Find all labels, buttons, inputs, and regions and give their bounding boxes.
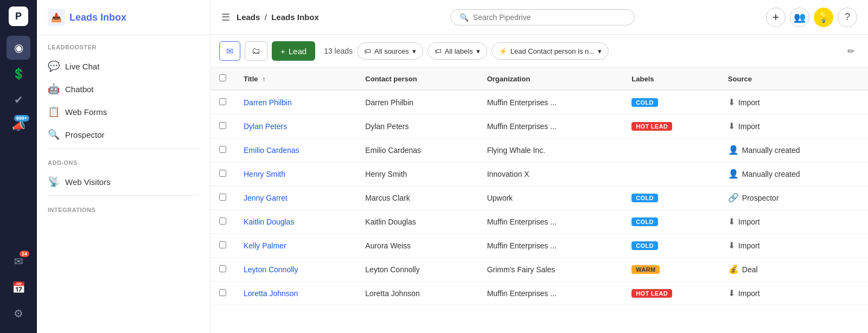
select-all-checkbox[interactable]: [219, 74, 226, 81]
row-checkbox-cell[interactable]: [210, 138, 235, 162]
row-org: Flying Whale Inc.: [478, 138, 623, 162]
row-checkbox-cell[interactable]: [210, 210, 235, 234]
select-all-header[interactable]: [210, 68, 235, 90]
row-contact: Loretta Johnson: [356, 281, 478, 305]
row-contact: Emilio Cardenas: [356, 138, 478, 162]
sidebar-item-web-forms-label: Web Forms: [65, 107, 107, 117]
nav-item-leads[interactable]: ◉: [7, 36, 30, 60]
nav-item-mail[interactable]: ✉ 24: [7, 249, 30, 273]
add-button[interactable]: +: [766, 8, 786, 27]
row-checkbox-cell[interactable]: [210, 114, 235, 138]
row-checkbox-cell[interactable]: [210, 90, 235, 114]
row-org: Muffin Enterprises ...: [478, 234, 623, 258]
archive-view-button[interactable]: 🗂: [245, 41, 267, 61]
search-box[interactable]: 🔍: [450, 9, 635, 25]
row-contact: Henry Smith: [356, 162, 478, 186]
edit-columns-button[interactable]: ✏: [842, 42, 859, 60]
list-view-icon: ✉: [226, 46, 233, 56]
row-title[interactable]: Emilio Cardenas: [235, 138, 356, 162]
source-icon: 👤: [728, 145, 739, 155]
source-column-header: Source: [719, 68, 868, 90]
invite-users-button[interactable]: 👥: [790, 8, 809, 27]
table-row[interactable]: Kaitlin DouglasKaitlin DouglasMuffin Ent…: [210, 210, 868, 234]
menu-icon[interactable]: ☰: [221, 11, 230, 23]
row-title[interactable]: Kelly Palmer: [235, 234, 356, 258]
search-container: 🔍: [326, 9, 760, 25]
label-badge: COLD: [631, 98, 658, 107]
source-header-label: Source: [728, 75, 752, 83]
row-source: 👤 Manually created: [719, 162, 868, 186]
nav-item-calendar[interactable]: 📅: [7, 276, 30, 299]
calendar-nav-icon: 📅: [12, 281, 25, 294]
row-org: Grimm's Fairy Sales: [478, 258, 623, 281]
row-labels: COLD: [623, 234, 719, 258]
row-checkbox[interactable]: [219, 194, 226, 201]
table-row[interactable]: Loretta JohnsonLoretta JohnsonMuffin Ent…: [210, 281, 868, 305]
row-labels: WARM: [623, 258, 719, 281]
nav-item-settings[interactable]: ⚙: [7, 302, 30, 325]
title-header-label: Title: [244, 75, 258, 83]
row-title[interactable]: Darren Philbin: [235, 90, 356, 114]
list-view-button[interactable]: ✉: [219, 41, 240, 61]
topbar-actions: + 👥 💡 ?: [766, 8, 857, 27]
sources-filter-label: All sources: [374, 47, 409, 55]
column-filter-button[interactable]: ⚡ Lead Contact person is n... ▾: [492, 42, 609, 60]
notifications-button[interactable]: 💡: [814, 8, 833, 27]
sidebar-item-prospector[interactable]: 🔍 Prospector: [37, 123, 210, 146]
table-row[interactable]: Emilio CardenasEmilio CardenasFlying Wha…: [210, 138, 868, 162]
row-checkbox-cell[interactable]: [210, 234, 235, 258]
source-icon: ⬇: [728, 216, 735, 227]
sidebar-item-live-chat[interactable]: 💬 Live Chat: [37, 55, 210, 78]
row-checkbox[interactable]: [219, 265, 226, 272]
row-checkbox[interactable]: [219, 98, 226, 105]
sidebar-item-chatbot[interactable]: 🤖 Chatbot: [37, 78, 210, 100]
nav-item-deals[interactable]: 💲: [7, 62, 30, 86]
search-icon: 🔍: [459, 13, 469, 22]
source-label: Manually created: [742, 170, 800, 178]
table-row[interactable]: Kelly PalmerAurora WeissMuffin Enterpris…: [210, 234, 868, 258]
search-input[interactable]: [473, 13, 626, 22]
row-checkbox-cell[interactable]: [210, 186, 235, 210]
row-title[interactable]: Henry Smith: [235, 162, 356, 186]
row-title[interactable]: Leyton Connolly: [235, 258, 356, 281]
row-checkbox-cell[interactable]: [210, 258, 235, 281]
table-row[interactable]: Henry SmithHenry SmithInnovation X 👤 Man…: [210, 162, 868, 186]
nav-item-campaigns[interactable]: 📣 999+: [7, 114, 30, 138]
row-checkbox[interactable]: [219, 146, 226, 153]
row-checkbox-cell[interactable]: [210, 162, 235, 186]
sidebar-item-web-visitors-label: Web Visitors: [65, 177, 111, 187]
row-checkbox[interactable]: [219, 289, 226, 296]
leads-table: Title ↑ Contact person Organization Labe…: [210, 68, 868, 305]
row-contact: Kaitlin Douglas: [356, 210, 478, 234]
table-row[interactable]: Dylan PetersDylan PetersMuffin Enterpris…: [210, 114, 868, 138]
table-row[interactable]: Jenny GarretMarcus ClarkUpworkCOLD 🔗 Pro…: [210, 186, 868, 210]
title-column-header[interactable]: Title ↑: [235, 68, 356, 90]
row-title[interactable]: Dylan Peters: [235, 114, 356, 138]
sidebar-item-web-forms[interactable]: 📋 Web Forms: [37, 100, 210, 123]
row-checkbox[interactable]: [219, 122, 226, 129]
row-title[interactable]: Loretta Johnson: [235, 281, 356, 305]
add-lead-button[interactable]: + Lead: [272, 41, 315, 61]
live-chat-icon: 💬: [48, 60, 60, 72]
table-row[interactable]: Leyton ConnollyLeyton ConnollyGrimm's Fa…: [210, 258, 868, 281]
row-title[interactable]: Jenny Garret: [235, 186, 356, 210]
row-title[interactable]: Kaitlin Douglas: [235, 210, 356, 234]
row-checkbox[interactable]: [219, 217, 226, 225]
sources-filter-button[interactable]: 🏷 All sources ▾: [357, 42, 423, 60]
nav-item-activities[interactable]: ✔: [7, 88, 30, 112]
column-filter-label: Lead Contact person is n...: [510, 47, 595, 55]
table-row[interactable]: Darren PhilbinDarren PhilbinMuffin Enter…: [210, 90, 868, 114]
sidebar-item-web-visitors[interactable]: 📡 Web Visitors: [37, 170, 210, 193]
row-checkbox[interactable]: [219, 241, 226, 248]
row-checkbox-cell[interactable]: [210, 281, 235, 305]
sidebar-divider-2: [48, 195, 199, 196]
addons-section-label: ADD-ONS: [37, 151, 210, 170]
org-header-label: Organization: [487, 75, 530, 83]
sort-arrow-icon: ↑: [262, 75, 265, 83]
row-checkbox[interactable]: [219, 170, 226, 177]
source-label: Import: [738, 98, 760, 107]
source-icon: ⬇: [728, 288, 735, 298]
labels-filter-button[interactable]: 🏷 All labels ▾: [427, 42, 487, 60]
help-button[interactable]: ?: [838, 8, 857, 27]
leadbooster-section-label: LEADBOOSTER: [37, 35, 210, 55]
